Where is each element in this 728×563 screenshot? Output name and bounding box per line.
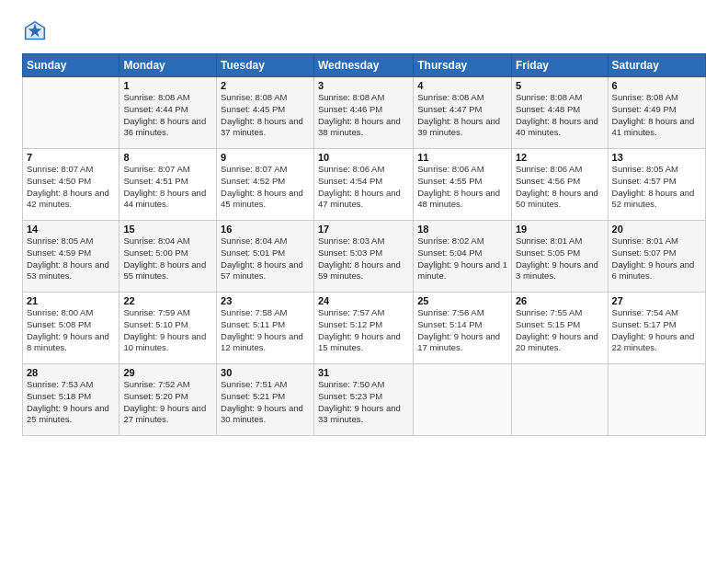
day-info: Sunrise: 7:51 AM Sunset: 5:21 PM Dayligh… [221, 379, 310, 426]
calendar-cell: 16 Sunrise: 8:04 AM Sunset: 5:01 PM Dayl… [217, 221, 314, 293]
sunrise-text: Sunrise: 8:07 AM [27, 164, 93, 174]
day-info: Sunrise: 8:03 AM Sunset: 5:03 PM Dayligh… [318, 236, 409, 282]
day-info: Sunrise: 8:08 AM Sunset: 4:45 PM Dayligh… [221, 92, 310, 139]
day-number: 3 [318, 80, 409, 91]
calendar-cell [608, 364, 705, 436]
daylight-text: Daylight: 9 hours and 1 minute. [417, 259, 507, 282]
calendar-cell: 6 Sunrise: 8:08 AM Sunset: 4:49 PM Dayli… [608, 77, 705, 149]
sunrise-text: Sunrise: 8:06 AM [516, 164, 582, 174]
calendar-cell: 11 Sunrise: 8:06 AM Sunset: 4:55 PM Dayl… [414, 149, 512, 221]
day-info: Sunrise: 8:07 AM Sunset: 4:51 PM Dayligh… [123, 164, 212, 211]
day-info: Sunrise: 8:08 AM Sunset: 4:46 PM Dayligh… [318, 92, 409, 139]
sunrise-text: Sunrise: 8:08 AM [612, 92, 678, 102]
calendar-cell: 25 Sunrise: 7:56 AM Sunset: 5:14 PM Dayl… [414, 293, 512, 364]
calendar-cell: 8 Sunrise: 8:07 AM Sunset: 4:51 PM Dayli… [119, 149, 217, 221]
day-number: 4 [417, 80, 507, 91]
day-info: Sunrise: 7:50 AM Sunset: 5:23 PM Dayligh… [318, 379, 409, 426]
calendar-week-row: 7 Sunrise: 8:07 AM Sunset: 4:50 PM Dayli… [23, 149, 706, 221]
sunset-text: Sunset: 5:08 PM [27, 319, 91, 329]
daylight-text: Daylight: 9 hours and 12 minutes. [221, 331, 303, 353]
day-number: 28 [27, 367, 115, 378]
sunset-text: Sunset: 4:56 PM [516, 176, 580, 186]
sunset-text: Sunset: 5:17 PM [612, 319, 677, 329]
sunset-text: Sunset: 5:10 PM [123, 319, 188, 329]
daylight-text: Daylight: 9 hours and 10 minutes. [123, 331, 206, 353]
sunset-text: Sunset: 5:21 PM [221, 391, 285, 401]
weekday-header: Friday [511, 54, 608, 77]
daylight-text: Daylight: 8 hours and 39 minutes. [417, 116, 500, 138]
logo [22, 18, 53, 44]
calendar-cell: 31 Sunrise: 7:50 AM Sunset: 5:23 PM Dayl… [313, 364, 413, 436]
sunset-text: Sunset: 5:15 PM [516, 319, 580, 329]
day-info: Sunrise: 7:54 AM Sunset: 5:17 PM Dayligh… [612, 307, 701, 354]
daylight-text: Daylight: 8 hours and 50 minutes. [516, 188, 598, 210]
day-number: 27 [612, 295, 701, 306]
daylight-text: Daylight: 9 hours and 25 minutes. [27, 403, 109, 425]
daylight-text: Daylight: 8 hours and 53 minutes. [27, 259, 109, 282]
day-number: 7 [27, 152, 115, 163]
day-number: 22 [123, 295, 212, 306]
sunrise-text: Sunrise: 7:54 AM [612, 307, 678, 317]
day-number: 26 [516, 295, 604, 306]
daylight-text: Daylight: 9 hours and 22 minutes. [612, 331, 695, 353]
sunrise-text: Sunrise: 7:52 AM [123, 379, 189, 389]
sunrise-text: Sunrise: 8:08 AM [221, 92, 287, 102]
daylight-text: Daylight: 9 hours and 33 minutes. [318, 403, 401, 425]
calendar-week-row: 21 Sunrise: 8:00 AM Sunset: 5:08 PM Dayl… [23, 293, 706, 364]
sunrise-text: Sunrise: 7:50 AM [318, 379, 384, 389]
sunset-text: Sunset: 5:20 PM [123, 391, 188, 401]
day-info: Sunrise: 8:06 AM Sunset: 4:56 PM Dayligh… [516, 164, 604, 211]
calendar-cell: 26 Sunrise: 7:55 AM Sunset: 5:15 PM Dayl… [511, 293, 608, 364]
sunrise-text: Sunrise: 7:59 AM [123, 307, 189, 317]
calendar-cell: 4 Sunrise: 8:08 AM Sunset: 4:47 PM Dayli… [414, 77, 512, 149]
daylight-text: Daylight: 9 hours and 8 minutes. [27, 331, 109, 353]
calendar-cell: 30 Sunrise: 7:51 AM Sunset: 5:21 PM Dayl… [217, 364, 314, 436]
sunset-text: Sunset: 4:51 PM [123, 176, 188, 186]
day-number: 18 [417, 224, 507, 235]
calendar-week-row: 1 Sunrise: 8:08 AM Sunset: 4:44 PM Dayli… [23, 77, 706, 149]
sunset-text: Sunset: 4:48 PM [516, 104, 580, 114]
day-info: Sunrise: 8:08 AM Sunset: 4:49 PM Dayligh… [612, 92, 701, 139]
daylight-text: Daylight: 8 hours and 40 minutes. [516, 116, 598, 138]
day-info: Sunrise: 8:00 AM Sunset: 5:08 PM Dayligh… [27, 307, 115, 354]
daylight-text: Daylight: 8 hours and 47 minutes. [318, 188, 401, 210]
day-number: 12 [516, 152, 604, 163]
daylight-text: Daylight: 9 hours and 30 minutes. [221, 403, 303, 425]
day-number: 19 [516, 224, 604, 235]
day-info: Sunrise: 8:08 AM Sunset: 4:48 PM Dayligh… [516, 92, 604, 139]
sunrise-text: Sunrise: 8:00 AM [27, 307, 93, 317]
sunset-text: Sunset: 4:59 PM [27, 247, 91, 258]
day-number: 25 [417, 295, 507, 306]
calendar-cell: 3 Sunrise: 8:08 AM Sunset: 4:46 PM Dayli… [313, 77, 413, 149]
daylight-text: Daylight: 8 hours and 44 minutes. [123, 188, 206, 210]
calendar-cell: 2 Sunrise: 8:08 AM Sunset: 4:45 PM Dayli… [217, 77, 314, 149]
day-info: Sunrise: 8:06 AM Sunset: 4:54 PM Dayligh… [318, 164, 409, 211]
day-info: Sunrise: 7:58 AM Sunset: 5:11 PM Dayligh… [221, 307, 310, 354]
calendar-cell: 9 Sunrise: 8:07 AM Sunset: 4:52 PM Dayli… [217, 149, 314, 221]
sunrise-text: Sunrise: 8:04 AM [123, 236, 189, 246]
sunrise-text: Sunrise: 7:53 AM [27, 379, 93, 389]
calendar-cell: 29 Sunrise: 7:52 AM Sunset: 5:20 PM Dayl… [119, 364, 217, 436]
weekday-header: Sunday [23, 54, 119, 77]
weekday-header: Thursday [414, 54, 512, 77]
weekday-header-row: SundayMondayTuesdayWednesdayThursdayFrid… [23, 54, 706, 77]
calendar-cell: 13 Sunrise: 8:05 AM Sunset: 4:57 PM Dayl… [608, 149, 705, 221]
daylight-text: Daylight: 8 hours and 38 minutes. [318, 116, 401, 138]
calendar-cell: 15 Sunrise: 8:04 AM Sunset: 5:00 PM Dayl… [119, 221, 217, 293]
day-info: Sunrise: 7:59 AM Sunset: 5:10 PM Dayligh… [123, 307, 212, 354]
day-number: 15 [123, 224, 212, 235]
day-info: Sunrise: 8:04 AM Sunset: 5:00 PM Dayligh… [123, 236, 212, 282]
day-number: 16 [221, 224, 310, 235]
day-info: Sunrise: 8:07 AM Sunset: 4:52 PM Dayligh… [221, 164, 310, 211]
day-number: 17 [318, 224, 409, 235]
day-number: 9 [221, 152, 310, 163]
sunset-text: Sunset: 4:54 PM [318, 176, 382, 186]
daylight-text: Daylight: 9 hours and 6 minutes. [612, 259, 695, 282]
day-info: Sunrise: 8:01 AM Sunset: 5:05 PM Dayligh… [516, 236, 604, 282]
day-info: Sunrise: 8:01 AM Sunset: 5:07 PM Dayligh… [612, 236, 701, 282]
calendar: SundayMondayTuesdayWednesdayThursdayFrid… [22, 53, 706, 436]
calendar-week-row: 14 Sunrise: 8:05 AM Sunset: 4:59 PM Dayl… [23, 221, 706, 293]
calendar-cell: 5 Sunrise: 8:08 AM Sunset: 4:48 PM Dayli… [511, 77, 608, 149]
sunrise-text: Sunrise: 8:06 AM [318, 164, 384, 174]
sunset-text: Sunset: 5:01 PM [221, 247, 285, 258]
